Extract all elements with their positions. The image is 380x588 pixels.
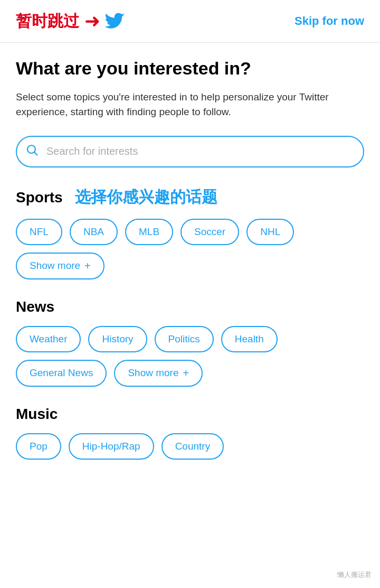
music-tags-container: Pop Hip-Hop/Rap Country <box>16 433 364 460</box>
music-section: Music Pop Hip-Hop/Rap Country <box>16 406 364 460</box>
twitter-logo-icon <box>103 10 127 33</box>
header-left: 暂时跳过 ➜ <box>16 10 127 33</box>
chinese-skip-label: 暂时跳过 <box>16 11 79 32</box>
chinese-topic-label: 选择你感兴趣的话题 <box>75 188 217 206</box>
search-container <box>16 136 364 167</box>
header: 暂时跳过 ➜ Skip for now <box>0 0 380 43</box>
music-tag-hiphop-rap[interactable]: Hip-Hop/Rap <box>69 433 154 460</box>
sports-tag-nba[interactable]: NBA <box>70 219 118 245</box>
arrow-twitter: ➜ <box>84 10 127 33</box>
svg-line-1 <box>34 152 37 155</box>
news-tag-general-news[interactable]: General News <box>16 360 107 387</box>
red-arrow-icon: ➜ <box>84 12 100 31</box>
sports-section: Sports 选择你感兴趣的话题 NFL NBA MLB Soccer NHL … <box>16 186 364 279</box>
search-icon <box>26 144 38 159</box>
news-tags-container: Weather History Politics Health General … <box>16 326 364 387</box>
page-title: What are you interested in? <box>16 58 364 79</box>
sports-show-more-button[interactable]: Show more + <box>16 253 104 279</box>
page-description: Select some topics you're interested in … <box>16 90 364 120</box>
music-section-title: Music <box>16 406 364 423</box>
sports-tags-container: NFL NBA MLB Soccer NHL Show more + <box>16 219 364 279</box>
main-content: What are you interested in? Select some … <box>0 43 380 494</box>
plus-icon: + <box>183 367 189 379</box>
news-tag-weather[interactable]: Weather <box>16 326 81 352</box>
sports-tag-soccer[interactable]: Soccer <box>180 219 239 245</box>
news-show-more-button[interactable]: Show more + <box>114 360 203 387</box>
news-tag-politics[interactable]: Politics <box>155 326 214 352</box>
sports-section-title: Sports 选择你感兴趣的话题 <box>16 186 364 208</box>
plus-icon: + <box>84 260 91 272</box>
sports-tag-nfl[interactable]: NFL <box>16 219 62 245</box>
news-section: News Weather History Politics Health Gen… <box>16 298 364 387</box>
search-input[interactable] <box>16 136 364 167</box>
sports-tag-mlb[interactable]: MLB <box>125 219 173 245</box>
news-tag-health[interactable]: Health <box>221 326 278 352</box>
music-tag-country[interactable]: Country <box>162 433 224 460</box>
sports-tag-nhl[interactable]: NHL <box>246 219 294 245</box>
skip-for-now-link[interactable]: Skip for now <box>294 14 364 28</box>
music-tag-pop[interactable]: Pop <box>16 433 61 460</box>
news-section-title: News <box>16 298 364 315</box>
news-tag-history[interactable]: History <box>88 326 147 352</box>
watermark: 懒人搬运君 <box>337 570 372 580</box>
